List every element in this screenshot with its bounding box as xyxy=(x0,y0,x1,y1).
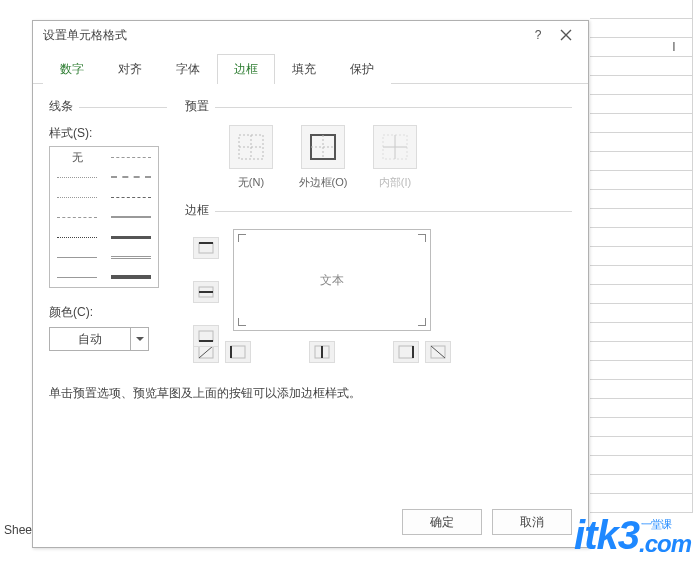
preset-buttons: 无(N) 外边框(O) 内部(I) xyxy=(225,125,572,190)
preset-none-icon xyxy=(229,125,273,169)
tab-border[interactable]: 边框 xyxy=(217,54,275,84)
preview-text: 文本 xyxy=(320,272,344,289)
line-section: 线条 样式(S): 无 xyxy=(49,98,167,363)
close-button[interactable] xyxy=(552,24,580,46)
line-style-opt[interactable] xyxy=(104,147,158,167)
tab-fill[interactable]: 填充 xyxy=(275,54,333,84)
color-select[interactable]: 自动 xyxy=(49,327,149,351)
close-icon xyxy=(560,29,572,41)
titlebar: 设置单元格格式 ? xyxy=(33,21,588,49)
line-style-opt[interactable] xyxy=(104,207,158,227)
line-style-opt[interactable] xyxy=(50,227,104,247)
chevron-down-icon xyxy=(130,328,148,350)
tab-strip: 数字 对齐 字体 边框 填充 保护 xyxy=(33,49,588,84)
preset-none-label: 无(N) xyxy=(225,175,277,190)
line-style-opt[interactable] xyxy=(104,227,158,247)
preset-none[interactable]: 无(N) xyxy=(225,125,277,190)
line-style-opt[interactable] xyxy=(50,207,104,227)
style-label: 样式(S): xyxy=(49,125,167,142)
line-style-opt[interactable] xyxy=(50,187,104,207)
format-cells-dialog: 设置单元格格式 ? 数字 对齐 字体 边框 填充 保护 线条 样式(S): 无 xyxy=(32,20,589,548)
border-top-button[interactable] xyxy=(193,237,219,259)
svg-rect-21 xyxy=(399,346,413,358)
border-bottom-button[interactable] xyxy=(193,325,219,347)
dialog-title: 设置单元格格式 xyxy=(43,27,127,44)
color-label: 颜色(C): xyxy=(49,304,167,321)
svg-line-16 xyxy=(199,346,213,358)
help-button[interactable]: ? xyxy=(524,24,552,46)
svg-rect-17 xyxy=(231,346,245,358)
line-style-opt[interactable] xyxy=(104,187,158,207)
right-panel: 预置 无(N) 外边框(O) xyxy=(185,98,572,363)
column-header[interactable]: I xyxy=(660,40,688,60)
tab-number[interactable]: 数字 xyxy=(43,54,101,84)
svg-rect-13 xyxy=(199,331,213,341)
border-middle-h-button[interactable] xyxy=(193,281,219,303)
line-style-opt[interactable] xyxy=(50,167,104,187)
line-style-opt[interactable] xyxy=(50,247,104,267)
line-style-opt[interactable] xyxy=(104,167,158,187)
preset-inside-label: 内部(I) xyxy=(369,175,421,190)
line-style-none[interactable]: 无 xyxy=(50,147,104,167)
ok-button[interactable]: 确定 xyxy=(402,509,482,535)
border-right-button[interactable] xyxy=(393,341,419,363)
preset-outline[interactable]: 外边框(O) xyxy=(297,125,349,190)
line-style-opt[interactable] xyxy=(104,267,158,287)
preset-outline-label: 外边框(O) xyxy=(297,175,349,190)
svg-line-24 xyxy=(431,346,445,358)
border-middle-v-button[interactable] xyxy=(309,341,335,363)
svg-rect-9 xyxy=(199,243,213,253)
preset-inside: 内部(I) xyxy=(369,125,421,190)
line-style-opt[interactable] xyxy=(50,267,104,287)
border-diag-down-button[interactable] xyxy=(425,341,451,363)
preset-outline-icon xyxy=(301,125,345,169)
dialog-buttons: 确定 取消 xyxy=(402,509,572,535)
tab-protection[interactable]: 保护 xyxy=(333,54,391,84)
dialog-content: 线条 样式(S): 无 xyxy=(33,84,588,547)
hint-text: 单击预置选项、预览草图及上面的按钮可以添加边框样式。 xyxy=(49,385,572,402)
line-group-label: 线条 xyxy=(49,98,167,115)
presets-group-label: 预置 xyxy=(185,98,572,115)
grid-edge xyxy=(590,0,693,564)
line-style-list[interactable]: 无 xyxy=(49,146,159,288)
border-group-label: 边框 xyxy=(185,202,572,219)
tab-alignment[interactable]: 对齐 xyxy=(101,54,159,84)
color-value: 自动 xyxy=(50,331,130,348)
preset-inside-icon xyxy=(373,125,417,169)
tab-font[interactable]: 字体 xyxy=(159,54,217,84)
cancel-button[interactable]: 取消 xyxy=(492,509,572,535)
line-style-opt[interactable] xyxy=(104,247,158,267)
watermark: itk3 一堂课 .com xyxy=(574,513,691,558)
border-preview[interactable]: 文本 xyxy=(233,229,431,331)
border-left-button[interactable] xyxy=(225,341,251,363)
